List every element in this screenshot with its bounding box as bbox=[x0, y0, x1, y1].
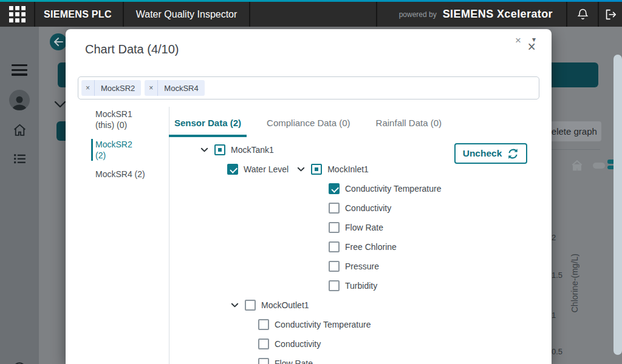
info-icon[interactable] bbox=[0, 361, 39, 364]
y-axis-label: Chlorine-(mg/L) bbox=[570, 254, 579, 312]
tree-item-label[interactable]: MockTank1 bbox=[231, 145, 274, 155]
selected-tag: ×MockSR4 bbox=[145, 80, 204, 96]
checkbox-checked[interactable] bbox=[329, 183, 340, 194]
tab[interactable]: Compliance Data (0) bbox=[261, 114, 356, 137]
tag-remove-icon[interactable]: × bbox=[81, 80, 95, 96]
checkbox-unchecked[interactable] bbox=[329, 241, 340, 252]
page-scrollbar[interactable] bbox=[613, 55, 622, 355]
list-icon[interactable] bbox=[0, 151, 39, 166]
hamburger-icon bbox=[12, 64, 27, 76]
tree-item-label[interactable]: Flow Rate bbox=[345, 223, 383, 232]
modal-title: Chart Data (4/10) bbox=[85, 42, 179, 56]
back-button[interactable] bbox=[50, 33, 67, 50]
sensor-tree: MockTank1Water LevelMockInlet1Conductivi… bbox=[66, 140, 552, 364]
source-multiselect[interactable]: ×MockSR2 ×MockSR4 bbox=[78, 76, 539, 99]
checkbox-checked[interactable] bbox=[227, 164, 238, 175]
clear-selection-icon[interactable]: × bbox=[515, 35, 521, 47]
tree-row: Flow Rate bbox=[66, 354, 552, 364]
brand-name: SIEMENS PLC bbox=[35, 2, 123, 27]
tree-row: Conductivity Temperature bbox=[66, 315, 552, 334]
selected-tag: ×MockSR2 bbox=[81, 80, 141, 96]
tree-item-label[interactable]: Conductivity Temperature bbox=[345, 184, 441, 194]
tag-label: MockSR2 bbox=[95, 80, 141, 96]
chevron-down-icon[interactable] bbox=[297, 167, 306, 172]
menu-icon[interactable] bbox=[0, 64, 39, 76]
tree-item-label[interactable]: Flow Rate bbox=[275, 359, 313, 364]
tree-item-label[interactable]: Water Level bbox=[244, 164, 289, 174]
tab[interactable]: Rainfall Data (0) bbox=[371, 114, 447, 137]
tree-row: Turbidity bbox=[66, 276, 552, 295]
sidebar bbox=[0, 27, 39, 364]
tree-item-label[interactable]: Conductivity bbox=[345, 203, 391, 213]
tree-item-label[interactable]: MockOutlet1 bbox=[261, 300, 309, 310]
data-tabs: Sensor Data (2) Compliance Data (0) Rain… bbox=[169, 114, 462, 137]
chart-pan-icon[interactable] bbox=[593, 163, 605, 169]
checkbox-ind[interactable] bbox=[311, 164, 322, 175]
tree-item-label[interactable]: Conductivity Temperature bbox=[275, 320, 371, 329]
dropdown-caret-icon[interactable]: ▾ bbox=[532, 35, 536, 44]
tree-row: Free Chlorine bbox=[66, 237, 552, 257]
checkbox-unchecked[interactable] bbox=[258, 319, 269, 330]
chevron-down-icon[interactable] bbox=[53, 100, 67, 111]
notifications-bell-icon[interactable] bbox=[567, 2, 598, 27]
tree-row: MockTank1 bbox=[66, 140, 552, 160]
logout-icon[interactable] bbox=[599, 2, 622, 27]
tree-item-label[interactable]: Free Chlorine bbox=[345, 242, 397, 252]
tree-row: Pressure bbox=[66, 257, 552, 276]
checkbox-unchecked[interactable] bbox=[258, 358, 269, 364]
tab[interactable]: Sensor Data (2) bbox=[169, 114, 247, 137]
tag-remove-icon[interactable]: × bbox=[145, 80, 158, 96]
tree-item-label[interactable]: MockInlet1 bbox=[327, 164, 369, 174]
tree-row: MockOutlet1 bbox=[66, 295, 552, 315]
y-axis-tick: 0.5 bbox=[552, 347, 562, 356]
tag-label: MockSR4 bbox=[158, 80, 204, 96]
checkbox-unchecked[interactable] bbox=[329, 261, 340, 272]
y-axis-tick: 2 bbox=[552, 233, 556, 242]
tree-row: Conductivity bbox=[66, 198, 552, 218]
checkbox-unchecked[interactable] bbox=[329, 203, 340, 214]
powered-by-label: powered by bbox=[399, 10, 437, 19]
screen: Delete graph 21.510.5 Chlorine-(mg/L) SI… bbox=[0, 0, 622, 364]
app-title: Water Quality Inspector bbox=[124, 2, 250, 27]
source-list-item[interactable]: MockSR1 (this) (0) bbox=[95, 109, 148, 130]
tree-row: Flow Rate bbox=[66, 218, 552, 237]
tree-row: Conductivity bbox=[66, 334, 552, 354]
app-grid-icon[interactable] bbox=[0, 2, 34, 27]
powered-brand: SIEMENS Xcelerator bbox=[443, 8, 553, 21]
checkbox-unchecked[interactable] bbox=[329, 222, 340, 233]
y-axis-tick: 1.5 bbox=[552, 271, 562, 280]
home-icon[interactable] bbox=[0, 123, 39, 138]
tree-item-label[interactable]: Pressure bbox=[345, 261, 379, 271]
user-icon bbox=[9, 90, 30, 110]
checkbox-ind[interactable] bbox=[214, 144, 225, 155]
checkbox-unchecked[interactable] bbox=[245, 300, 256, 311]
tree-item-label[interactable]: Conductivity bbox=[275, 339, 321, 349]
chevron-down-icon[interactable] bbox=[231, 303, 239, 308]
tree-item-label[interactable]: Turbidity bbox=[345, 281, 377, 291]
chart-data-modal: Chart Data (4/10) × ×MockSR2 ×MockSR4 × … bbox=[66, 29, 552, 364]
tree-row: Water LevelMockInlet1 bbox=[66, 160, 552, 179]
y-axis-tick: 1 bbox=[552, 311, 556, 320]
checkbox-unchecked[interactable] bbox=[329, 280, 340, 291]
tree-row: Conductivity Temperature bbox=[66, 179, 552, 198]
checkbox-unchecked[interactable] bbox=[258, 339, 269, 349]
avatar[interactable] bbox=[0, 90, 39, 110]
topbar: SIEMENS PLC Water Quality Inspector powe… bbox=[0, 0, 622, 27]
chevron-down-icon[interactable] bbox=[200, 147, 209, 153]
